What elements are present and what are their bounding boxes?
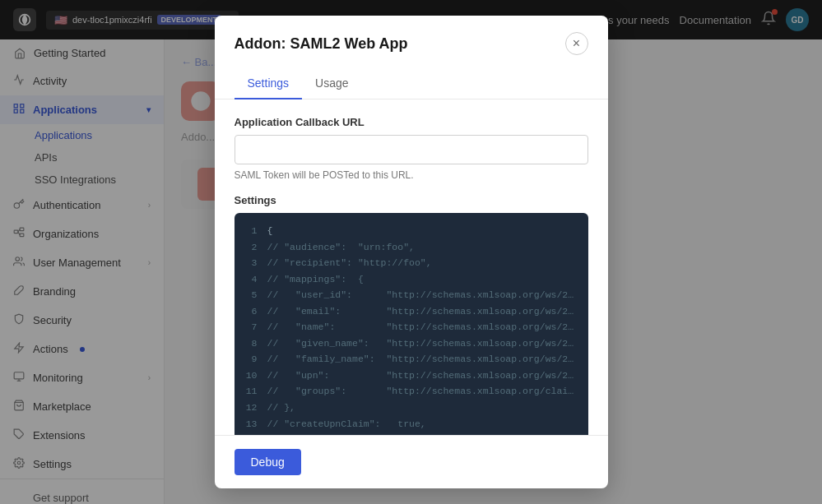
modal-footer: Debug: [215, 435, 608, 488]
field-hint: SAML Token will be POSTed to this URL.: [235, 169, 588, 181]
code-line: 11// "groups": "http://schemas.xmlsoap.o…: [244, 383, 578, 400]
modal: Addon: SAML2 Web App × Settings Usage Ap…: [215, 16, 608, 488]
code-line: 7// "name": "http://schemas.xmlsoap.org/…: [244, 319, 578, 335]
modal-close-button[interactable]: ×: [565, 32, 588, 55]
code-line: 1{: [244, 223, 578, 239]
code-line: 2// "audience": "urn:foo",: [244, 239, 578, 256]
tab-usage[interactable]: Usage: [302, 68, 361, 99]
code-line: 13// "createUpnClaim": true,: [244, 416, 578, 432]
code-editor[interactable]: 1{2// "audience": "urn:foo",3// "recipie…: [235, 213, 588, 435]
modal-overlay[interactable]: Addon: SAML2 Web App × Settings Usage Ap…: [0, 0, 822, 504]
code-line: 10// "upn": "http://schemas.xmlsoap.org/…: [244, 368, 578, 384]
field-label: Application Callback URL: [235, 116, 588, 128]
code-line: 5// "user_id": "http://schemas.xmlsoap.o…: [244, 287, 578, 303]
modal-tabs: Settings Usage: [215, 68, 608, 99]
code-line: 4// "mappings": {: [244, 271, 578, 288]
code-line: 6// "email": "http://schemas.xmlsoap.org…: [244, 303, 578, 320]
callback-url-field: Application Callback URL SAML Token will…: [235, 116, 588, 181]
code-line: 8// "given_name": "http://schemas.xmlsoa…: [244, 335, 578, 352]
callback-url-input[interactable]: [235, 135, 588, 164]
settings-section-label: Settings: [235, 194, 588, 206]
code-line: 12// },: [244, 400, 578, 416]
tab-settings[interactable]: Settings: [235, 68, 303, 99]
code-line: 9// "family_name": "http://schemas.xmlso…: [244, 351, 578, 368]
modal-body: Application Callback URL SAML Token will…: [215, 99, 608, 435]
debug-button[interactable]: Debug: [235, 449, 301, 475]
code-line: 3// "recipient": "http://foo",: [244, 255, 578, 271]
modal-title: Addon: SAML2 Web App: [235, 35, 408, 53]
modal-header: Addon: SAML2 Web App ×: [215, 16, 608, 55]
